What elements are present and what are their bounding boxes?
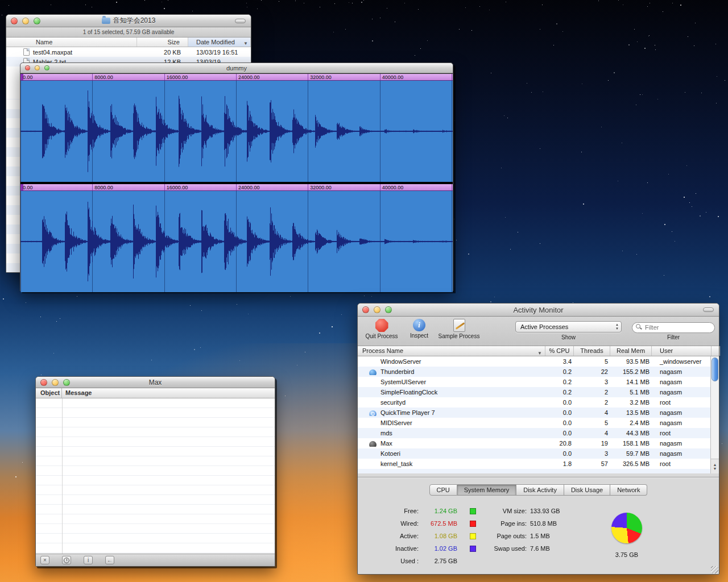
desktop[interactable]: 音知学会2013 1 of 15 selected, 57.59 GB avai… xyxy=(0,0,728,582)
process-mem: 5.1 MB xyxy=(610,389,652,396)
column-header-cpu[interactable]: % CPU xyxy=(545,346,574,356)
process-row[interactable]: Kotoeri 0.0 3 59.7 MB nagasm xyxy=(358,448,710,459)
close-button[interactable] xyxy=(362,306,369,313)
vm-stat-label: Page outs: xyxy=(487,533,527,539)
process-user: nagasm xyxy=(652,409,712,416)
tab[interactable]: Disk Usage xyxy=(564,484,610,496)
zoom-button[interactable] xyxy=(34,18,40,24)
vm-stat-value: 510.8 MB xyxy=(530,520,557,527)
filter-label: Filter xyxy=(632,334,715,340)
time-ruler-top[interactable]: 0.008000.0016000.0024000.0032000.0040000… xyxy=(20,74,453,81)
bottom-tabs: CPUSystem MemoryDisk ActivityDisk UsageN… xyxy=(358,484,719,496)
column-header-process-name[interactable]: Process Name ▼ xyxy=(358,346,545,356)
finder-titlebar[interactable]: 音知学会2013 xyxy=(6,15,251,27)
filter-input[interactable] xyxy=(632,322,715,333)
zoom-button[interactable] xyxy=(63,379,70,386)
dummy-titlebar[interactable]: dummy xyxy=(20,63,453,73)
process-name: MIDIServer xyxy=(380,419,412,426)
close-button[interactable] xyxy=(40,379,47,386)
process-user: root xyxy=(652,430,712,436)
process-row[interactable]: SimpleFloatingClock 0.2 2 5.1 MB nagasm xyxy=(358,387,710,397)
clear-console-button[interactable]: × xyxy=(40,556,49,564)
column-header-size[interactable]: Size xyxy=(137,38,188,47)
scheduler-button[interactable] xyxy=(62,556,71,564)
activity-monitor-titlebar[interactable]: Activity Monitor xyxy=(358,304,719,317)
column-header-date-modified[interactable]: Date Modified ▼ xyxy=(188,38,251,47)
tab[interactable]: Disk Activity xyxy=(516,484,564,496)
waveform-display-top[interactable] xyxy=(20,81,453,182)
memory-stat-value: 1.02 GB xyxy=(421,545,457,552)
ruler-time-label: 8000.00 xyxy=(94,74,113,81)
process-cpu: 0.0 xyxy=(545,399,574,406)
process-name: Max xyxy=(380,440,392,447)
process-row[interactable]: MIDIServer 0.0 5 2.4 MB nagasm xyxy=(358,418,710,428)
column-header-name[interactable]: Name xyxy=(6,38,137,47)
time-ruler-bottom[interactable]: 0.008000.0016000.0024000.0032000.0040000… xyxy=(20,184,453,191)
memory-stat-label: Wired: xyxy=(386,520,419,527)
column-header-threads[interactable]: Threads xyxy=(574,346,610,356)
close-button[interactable] xyxy=(25,65,30,70)
jump-button[interactable]: ← xyxy=(105,556,114,564)
zoom-button[interactable] xyxy=(44,65,49,70)
tab[interactable]: Network xyxy=(610,484,647,496)
file-icon xyxy=(23,48,30,56)
close-button[interactable] xyxy=(11,18,18,24)
show-popup-button[interactable]: Active Processes ▲▼ xyxy=(515,321,622,332)
toolbar-toggle-pill[interactable] xyxy=(235,19,246,23)
process-row[interactable]: Thunderbird 0.2 22 155.2 MB nagasm xyxy=(358,367,710,377)
process-row[interactable]: WindowServer 3.4 5 93.5 MB _windowserver xyxy=(358,356,710,367)
info-circle-icon: i xyxy=(413,319,425,331)
process-name: Thunderbird xyxy=(380,368,414,375)
minimize-button[interactable] xyxy=(35,65,40,70)
process-user: nagasm xyxy=(652,368,712,375)
process-threads: 4 xyxy=(574,409,610,416)
column-header-user[interactable]: User xyxy=(652,346,712,356)
process-row[interactable]: securityd 0.0 2 3.2 MB root xyxy=(358,397,710,408)
quit-process-button[interactable]: Quit Process xyxy=(363,319,400,339)
process-row[interactable]: QuickTime Player 7 0.0 4 13.5 MB nagasm xyxy=(358,408,710,418)
sample-process-button[interactable]: Sample Process xyxy=(436,319,482,339)
column-header-object[interactable]: Object xyxy=(36,388,62,398)
process-row[interactable]: mds 0.0 4 44.3 MB root xyxy=(358,428,710,438)
memory-stat-row: Inactive: 1.02 GB xyxy=(386,542,476,555)
finder-file-row[interactable]: test04.maxpat 20 KB 13/03/19 16:51 xyxy=(6,47,251,57)
memory-stat-row: Wired: 672.5 MB xyxy=(386,517,476,530)
tab[interactable]: System Memory xyxy=(457,484,516,496)
process-app-icon xyxy=(369,369,377,375)
minimize-button[interactable] xyxy=(374,306,380,313)
column-header-date-label: Date Modified xyxy=(196,39,235,45)
info-button[interactable]: i xyxy=(84,556,93,564)
process-threads: 5 xyxy=(574,358,610,365)
zoom-button[interactable] xyxy=(385,306,392,313)
scrollbar-arrows[interactable]: ▲▼ xyxy=(711,459,719,473)
process-table-headers: Process Name ▼ % CPU Threads Real Mem Us… xyxy=(358,346,719,356)
process-mem: 155.2 MB xyxy=(610,368,652,375)
column-header-real-mem[interactable]: Real Mem xyxy=(610,346,652,356)
process-cpu: 0.0 xyxy=(545,409,574,416)
memory-total-label: 3.75 GB xyxy=(604,551,650,558)
memory-stat-row: Free: 1.24 GB xyxy=(386,505,476,517)
process-cpu: 0.0 xyxy=(545,430,574,436)
process-mem: 158.1 MB xyxy=(610,440,652,447)
sample-document-icon xyxy=(453,319,465,332)
process-row[interactable]: kernel_task 1.8 57 326.5 MB root xyxy=(358,459,710,469)
column-header-message[interactable]: Message xyxy=(62,388,275,398)
quit-process-label: Quit Process xyxy=(363,333,400,339)
toolbar-toggle-pill[interactable] xyxy=(703,307,714,312)
max-console-list[interactable] xyxy=(36,398,275,554)
vertical-scrollbar[interactable]: ▲▼ xyxy=(710,356,719,473)
inspect-button[interactable]: i Inspect xyxy=(406,319,433,339)
ruler-time-label: 40000.00 xyxy=(382,74,404,81)
process-name: securityd xyxy=(380,399,406,406)
minimize-button[interactable] xyxy=(22,18,29,24)
used-label: Used : xyxy=(386,558,419,564)
tab[interactable]: CPU xyxy=(429,484,457,496)
max-titlebar[interactable]: Max xyxy=(36,377,275,388)
minimize-button[interactable] xyxy=(52,379,59,386)
waveform-display-bottom[interactable] xyxy=(20,191,453,292)
memory-stat-value: 1.24 GB xyxy=(421,508,457,514)
scrollbar-thumb[interactable] xyxy=(712,357,718,381)
resize-grip[interactable] xyxy=(711,566,718,573)
process-row[interactable]: SystemUIServer 0.2 3 14.1 MB nagasm xyxy=(358,377,710,387)
process-row[interactable]: Max 20.8 19 158.1 MB nagasm xyxy=(358,438,710,448)
